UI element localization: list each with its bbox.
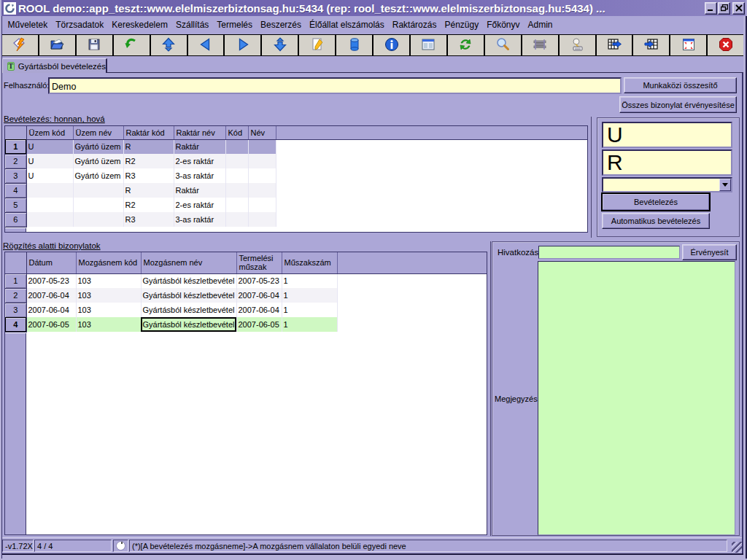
menu-item-7[interactable]: Élőállat elszámolás [306, 18, 389, 32]
table-row[interactable]: 6R33-as raktár [5, 212, 587, 227]
window-form-button[interactable] [411, 35, 448, 55]
app-logo-icon [4, 2, 16, 15]
nav-last-button[interactable] [262, 35, 299, 55]
row-number[interactable]: 3 [5, 168, 26, 183]
menu-item-4[interactable]: Szállítás [171, 18, 212, 32]
receive-combobox[interactable] [602, 177, 732, 192]
minimize-button[interactable] [705, 2, 717, 15]
column-header-6[interactable]: Név [248, 126, 276, 139]
table-row[interactable]: 32007-06-04103Gyártásból készletbevétel2… [5, 303, 487, 317]
menu-item-3[interactable]: Kereskedelem [108, 18, 172, 32]
receive-button[interactable]: Bevételezés [602, 193, 710, 211]
grid-import-button[interactable] [633, 35, 670, 55]
close-button[interactable] [732, 2, 745, 15]
refresh-button[interactable] [448, 35, 485, 55]
row-number[interactable]: 3 [5, 303, 26, 317]
cell: Gyártó üzem [73, 168, 123, 183]
save-button[interactable] [77, 35, 114, 55]
column-header-5[interactable]: Műszakszám [282, 252, 337, 273]
validate-all-button[interactable]: Összes bizonylat érvényesítése [619, 96, 737, 113]
user-input[interactable] [48, 77, 622, 94]
source-target-grid[interactable]: Üzem kódÜzem névRaktár kódRaktár névKódN… [4, 125, 588, 233]
open-folder-button[interactable] [39, 35, 77, 55]
row-number[interactable]: 4 [5, 183, 26, 198]
row-number[interactable]: 1 [5, 273, 26, 288]
edit-button[interactable] [299, 35, 336, 55]
table-row[interactable]: 5R22-es raktár [5, 198, 587, 212]
plant-code-input[interactable] [602, 122, 732, 148]
menu-item-5[interactable]: Termelés [213, 18, 257, 32]
row-number[interactable]: 1 [5, 139, 26, 154]
undo-button[interactable] [114, 35, 151, 55]
restore-button[interactable] [718, 2, 730, 15]
splitter-vertical-1 [591, 117, 592, 238]
column-header-3[interactable]: Mozgásnem név [141, 252, 236, 273]
documents-grid[interactable]: DátumMozgásnem kódMozgásnem névTermelési… [4, 252, 487, 535]
grid-export-button[interactable] [597, 35, 634, 55]
note-textarea[interactable] [538, 261, 735, 535]
row-number[interactable]: 6 [5, 212, 26, 227]
documents-table: DátumMozgásnem kódMozgásnem névTermelési… [5, 252, 487, 332]
database-icon [347, 36, 363, 54]
column-header-5[interactable]: Kód [225, 126, 248, 139]
menu-item-6[interactable]: Beszerzés [257, 18, 306, 32]
tab-gyartasbol-bevetelezes[interactable]: T Gyártásból bevételezés [2, 58, 107, 73]
column-header-1[interactable]: Üzem kód [26, 126, 73, 139]
column-header-2[interactable]: Mozgásnem kód [76, 252, 141, 273]
cell [225, 154, 248, 168]
warehouse-code-input[interactable] [602, 149, 732, 176]
column-header-2[interactable]: Üzem név [73, 126, 123, 139]
window-title: ROOL demo::app_teszt::www.elelmiszerbizt… [18, 2, 704, 15]
column-header-4[interactable]: Raktár név [174, 126, 225, 139]
cell-filler [337, 288, 487, 303]
worklog-summary-button[interactable]: Munkaközi összesítő [624, 77, 737, 93]
auto-receive-button[interactable]: Automatikus bevételezés [602, 213, 710, 229]
column-header-rownum[interactable] [5, 126, 26, 139]
column-header-1[interactable]: Dátum [26, 252, 76, 273]
cell-filler [276, 154, 587, 168]
cell: Gyártásból készletbevétel [141, 303, 236, 317]
validate-button[interactable]: Érvényesít [682, 244, 737, 260]
reference-input[interactable] [538, 246, 680, 259]
database-button[interactable] [336, 35, 374, 55]
menu-item-11[interactable]: Admin [524, 18, 557, 32]
column-header-3[interactable]: Raktár kód [123, 126, 174, 139]
row-number[interactable]: 2 [5, 154, 26, 168]
resize-grip[interactable] [732, 542, 743, 553]
menu-item-8[interactable]: Raktározás [388, 18, 441, 32]
connect-button[interactable] [2, 35, 39, 55]
row-number[interactable]: 2 [5, 288, 26, 303]
cell: 1 [282, 303, 337, 317]
exit-button[interactable] [708, 35, 743, 55]
menu-item-2[interactable]: Törzsadatok [52, 18, 108, 32]
grid-rail-button[interactable] [522, 35, 560, 55]
nav-prev-icon [198, 36, 214, 54]
table-row[interactable]: 12007-05-23103Gyártásból készletbevétel2… [5, 273, 487, 288]
row-number[interactable]: 4 [5, 317, 26, 332]
table-row[interactable]: 42007-06-05103Gyártásból készletbevétel2… [5, 317, 487, 332]
cell: 2007-06-04 [236, 303, 282, 317]
menu-item-10[interactable]: Főkönyv [483, 18, 524, 32]
titlebar[interactable]: ROOL demo::app_teszt::www.elelmiszerbizt… [1, 0, 746, 16]
table-row[interactable]: 4RRaktár [5, 183, 587, 198]
menu-item-9[interactable]: Pénzügy [441, 18, 483, 32]
info-button[interactable] [374, 35, 411, 55]
nav-prev-button[interactable] [188, 35, 225, 55]
cell-filler [276, 198, 587, 212]
nav-first-button[interactable] [151, 35, 188, 55]
table-row[interactable]: 3UGyártó üzemR33-as raktár [5, 168, 587, 183]
nav-next-button[interactable] [225, 35, 262, 55]
combo-dropdown-button[interactable] [719, 179, 731, 191]
row-number[interactable]: 5 [5, 198, 26, 212]
column-header-rownum[interactable] [5, 252, 26, 273]
cell: R [123, 139, 174, 154]
user-label: Felhasználó: [4, 81, 49, 90]
table-row[interactable]: 1UGyártó üzemRRaktár [5, 139, 587, 154]
keyboard-button[interactable] [560, 35, 597, 55]
column-header-4[interactable]: Termelési műszak [236, 252, 282, 273]
menu-item-1[interactable]: Műveletek [4, 18, 52, 32]
table-row[interactable]: 2UGyártó üzemR22-es raktár [5, 154, 587, 168]
fullscreen-button[interactable] [670, 35, 708, 55]
search-button[interactable] [485, 35, 522, 55]
table-row[interactable]: 22007-06-04103Gyártásból készletbevétel2… [5, 288, 487, 303]
